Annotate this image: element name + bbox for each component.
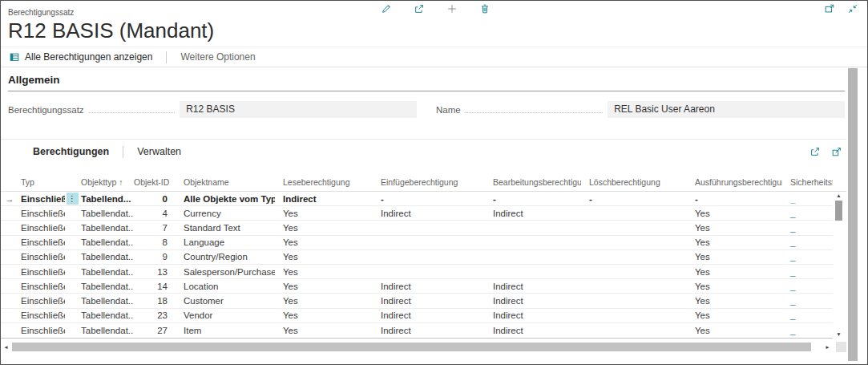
horizontal-scroll-track[interactable] [11, 342, 822, 352]
cell-typ[interactable]: Einschließen [18, 310, 65, 320]
cell-objekttyp[interactable]: Tabellendat... [79, 209, 134, 218]
cell-einfuegeberechtigung[interactable]: Indirect [373, 310, 485, 320]
cell-objekt-id[interactable]: 4 [134, 209, 171, 218]
table-vertical-scrollbar[interactable]: ▲ ▼ [834, 192, 844, 339]
cell-objektname[interactable]: Salesperson/Purchaser [171, 267, 275, 277]
cell-leseberechtigung[interactable]: Yes [275, 282, 373, 291]
cell-sicherheitsfilter[interactable]: _ [782, 237, 833, 247]
scroll-right-arrow-icon[interactable]: ► [822, 344, 833, 350]
table-horizontal-scrollbar[interactable]: ◄ ► [1, 342, 846, 352]
cell-einfuegeberechtigung[interactable]: - [373, 194, 485, 204]
cell-objektname[interactable]: Alle Objekte vom Typ Tabell... [171, 194, 275, 204]
cell-objekttyp[interactable]: Tabellend... [79, 194, 134, 204]
cell-objekt-id[interactable]: 27 [134, 326, 171, 335]
cell-ausfuehrungsberechtigung[interactable]: Yes [687, 223, 782, 233]
cell-ausfuehrungsberechtigung[interactable]: Yes [687, 282, 782, 291]
cell-sicherheitsfilter[interactable]: _ [782, 296, 833, 306]
cell-sicherheitsfilter[interactable]: _ [782, 282, 833, 291]
cell-objektname[interactable]: Vendor [171, 310, 275, 320]
cell-objekttyp[interactable]: Tabellendat... [79, 237, 134, 247]
general-section-heading[interactable]: Allgemein [8, 74, 845, 91]
column-header-objektname[interactable]: Objektname [171, 177, 275, 187]
table-row[interactable]: Einschließen ⋮ Tabellendat... 7 Standard… [1, 221, 833, 235]
column-header-typ[interactable]: Typ [18, 177, 65, 187]
cell-leseberechtigung[interactable]: Yes [275, 267, 373, 277]
cell-leseberechtigung[interactable]: Yes [275, 296, 373, 306]
cell-objektname[interactable]: Item [171, 326, 275, 335]
table-row[interactable]: Einschließen ⋮ Tabellendat... 9 Country/… [1, 250, 833, 265]
tab-verwalten[interactable]: Verwalten [137, 146, 181, 157]
cell-sicherheitsfilter[interactable]: _ [782, 194, 833, 204]
cell-leseberechtigung[interactable]: Yes [275, 326, 373, 335]
cell-objekt-id[interactable]: 0 [134, 194, 171, 204]
cell-bearbeitungsberechtigung[interactable]: Indirect [485, 326, 581, 335]
cell-ausfuehrungsberechtigung[interactable]: Yes [687, 237, 782, 247]
cell-objekt-id[interactable]: 9 [134, 252, 171, 262]
cell-leseberechtigung[interactable]: Yes [275, 237, 373, 247]
cell-ausfuehrungsberechtigung[interactable]: Yes [687, 326, 782, 335]
cell-objektname[interactable]: Language [171, 237, 275, 247]
scroll-up-arrow-icon[interactable]: ▲ [834, 192, 844, 200]
cell-sicherheitsfilter[interactable]: _ [782, 223, 833, 233]
table-row[interactable]: → Einschließen ⋮ Tabellend... 0 Alle Obj… [1, 192, 833, 206]
cell-typ[interactable]: Einschließen [18, 326, 65, 335]
table-row[interactable]: Einschließen ⋮ Tabellendat... 8 Language… [1, 236, 833, 250]
cell-ausfuehrungsberechtigung[interactable]: Yes [687, 267, 782, 277]
cell-typ[interactable]: Einschließen [18, 252, 65, 262]
cell-objekt-id[interactable]: 14 [134, 282, 171, 291]
cell-objekttyp[interactable]: Tabellendat... [79, 282, 134, 291]
cell-typ[interactable]: Einschließen [18, 194, 65, 204]
cell-typ[interactable]: Einschließen [18, 296, 65, 306]
cell-objekttyp[interactable]: Tabellendat... [79, 267, 134, 277]
table-row[interactable]: Einschließen ⋮ Tabellendat... 23 Vendor … [1, 309, 833, 323]
edit-pencil-icon[interactable] [381, 3, 392, 14]
table-row[interactable]: Einschließen ⋮ Tabellendat... 27 Item Ye… [1, 323, 833, 338]
collapse-diagonal-icon[interactable] [847, 3, 858, 14]
cell-objekt-id[interactable]: 7 [134, 223, 171, 233]
column-header-ausfuehrungsberechtigung[interactable]: Ausführungsberechtigung [687, 177, 782, 187]
cell-objektname[interactable]: Currency [171, 209, 275, 218]
cell-sicherheitsfilter[interactable]: _ [782, 310, 833, 320]
cell-einfuegeberechtigung[interactable]: Indirect [373, 296, 485, 306]
cell-bearbeitungsberechtigung[interactable]: Indirect [485, 209, 581, 218]
cell-ausfuehrungsberechtigung[interactable]: Yes [687, 252, 782, 262]
cell-typ[interactable]: Einschließen [18, 267, 65, 277]
cell-ausfuehrungsberechtigung[interactable]: Yes [687, 310, 782, 320]
cell-sicherheitsfilter[interactable]: _ [782, 267, 833, 277]
cell-bearbeitungsberechtigung[interactable]: Indirect [485, 310, 581, 320]
cell-einfuegeberechtigung[interactable]: Indirect [373, 209, 485, 218]
share-icon[interactable] [414, 3, 425, 14]
cell-objekttyp[interactable]: Tabellendat... [79, 326, 134, 335]
cell-leseberechtigung[interactable]: Yes [275, 223, 373, 233]
permission-set-field-value[interactable]: R12 BASIS [180, 101, 417, 118]
table-row[interactable]: Einschließen ⋮ Tabellendat... 4 Currency… [1, 206, 833, 221]
table-row[interactable]: Einschließen ⋮ Tabellendat... 14 Locatio… [1, 279, 833, 294]
horizontal-scroll-thumb[interactable] [12, 343, 811, 351]
scroll-down-arrow-icon[interactable]: ▼ [834, 331, 844, 339]
vertical-scroll-thumb[interactable] [835, 201, 842, 221]
show-all-permissions-button[interactable]: Alle Berechtigungen anzeigen [9, 51, 152, 63]
column-header-bearbeitungsberechtigung[interactable]: Bearbeitungsberechtigung [485, 177, 581, 187]
cell-ausfuehrungsberechtigung[interactable]: Yes [687, 209, 782, 218]
cell-objekt-id[interactable]: 8 [134, 237, 171, 247]
cell-leseberechtigung[interactable]: Yes [275, 209, 373, 218]
new-record-plus-icon[interactable] [446, 3, 458, 14]
cell-leseberechtigung[interactable]: Indirect [275, 194, 373, 204]
cell-typ[interactable]: Einschließen [18, 237, 65, 247]
cell-leseberechtigung[interactable]: Yes [275, 310, 373, 320]
cell-typ[interactable]: Einschließen [18, 223, 65, 233]
row-menu-button[interactable]: ⋮ [67, 193, 79, 205]
more-options-button[interactable]: Weitere Optionen [180, 51, 255, 63]
part-expand-icon[interactable] [831, 146, 842, 157]
cell-objektname[interactable]: Location [171, 282, 275, 291]
cell-objekt-id[interactable]: 23 [134, 310, 171, 320]
cell-einfuegeberechtigung[interactable]: Indirect [373, 326, 485, 335]
cell-einfuegeberechtigung[interactable]: Indirect [373, 282, 485, 291]
cell-objekttyp[interactable]: Tabellendat... [79, 296, 134, 306]
cell-typ[interactable]: Einschließen [18, 282, 65, 291]
name-field-value[interactable]: REL Basic User Aareon [608, 101, 845, 118]
cell-objektname[interactable]: Country/Region [171, 252, 275, 262]
cell-objekttyp[interactable]: Tabellendat... [79, 252, 134, 262]
column-header-objekt-id[interactable]: Objekt-ID ↑ [134, 177, 171, 187]
column-header-leseberechtigung[interactable]: Leseberechtigung [275, 177, 373, 187]
